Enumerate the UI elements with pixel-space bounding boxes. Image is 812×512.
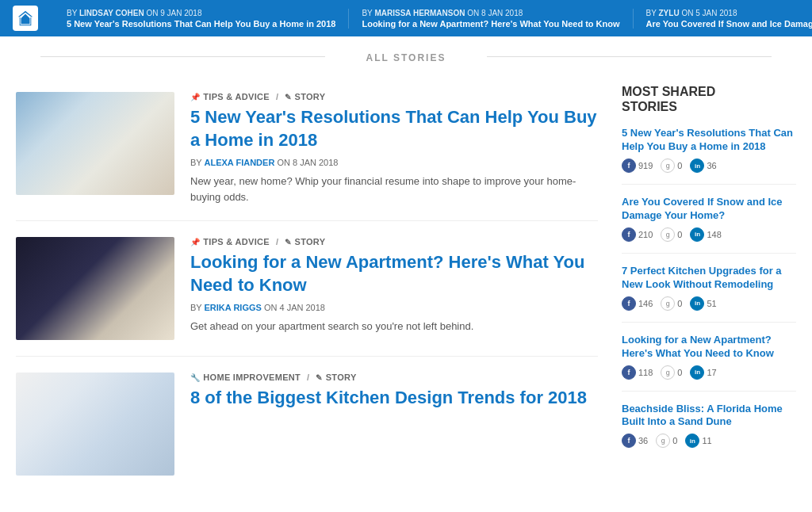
article-card-3: 🔧 HOME IMPROVEMENT / ✎ STORY 8 of the Bi… [16,357,598,491]
facebook-icon-5: f [622,434,636,448]
article-image-3 [16,373,174,476]
main-content: 📌 TIPS & ADVICE / ✎ STORY 5 New Year's R… [0,76,812,491]
sidebar: MOST SHAREDSTORIES 5 New Year's Resoluti… [622,76,796,491]
google-icon-3: g [661,296,675,311]
sidebar-story-title-4[interactable]: Looking for a New Apartment? Here's What… [622,334,796,361]
linkedin-icon-3: in [690,296,704,311]
article-author-1: ALEXA FIANDER [205,158,275,167]
google-count-3: 0 [677,299,682,308]
linkedin-icon-2: in [690,227,704,242]
header-article-1[interactable]: BY LINDSAY COHEN ON 9 JAN 2018 5 New Yea… [54,9,349,29]
fb-count-5: 36 [638,436,648,445]
google-stat-2: g 0 [661,227,682,242]
google-count-5: 0 [672,436,677,445]
linkedin-icon-1: in [690,159,704,173]
facebook-stat-3: f 146 [622,296,653,311]
linkedin-stat-3: in 51 [690,296,716,311]
header-article-2-title: Looking for a New Apartment? Here's What… [362,19,619,29]
sidebar-story-3: 7 Perfect Kitchen Upgrades for a New Loo… [622,265,796,323]
articles-column: 📌 TIPS & ADVICE / ✎ STORY 5 New Year's R… [16,76,598,491]
sidebar-stats-4: f 118 g 0 in 17 [622,365,796,380]
google-stat-4: g 0 [661,365,682,380]
article-category-1: 📌 TIPS & ADVICE / ✎ STORY [190,92,598,101]
header-article-3-title: Are You Covered If Snow and Ice Damage Y… [646,19,812,29]
linkedin-count-5: 11 [702,436,711,445]
google-icon-5: g [656,434,670,448]
header-article-1-date: 9 JAN 2018 [160,9,201,17]
article-author-2: ERIKA RIGGS [205,303,262,312]
header-article-1-title: 5 New Year's Resolutions That Can Help Y… [67,19,335,29]
sidebar-stats-2: f 210 g 0 in 148 [622,227,796,242]
sidebar-story-title-1[interactable]: 5 New Year's Resolutions That Can Help Y… [622,127,796,154]
sidebar-title: MOST SHAREDSTORIES [622,84,796,114]
article-meta-2: BY ERIKA RIGGS ON 4 JAN 2018 [190,303,598,312]
header-article-2-author: MARISSA HERMANSON [374,9,465,17]
pencil-icon: ✎ [285,93,291,101]
google-stat-5: g 0 [656,434,677,448]
linkedin-stat-4: in 17 [690,365,716,380]
linkedin-stat-1: in 36 [690,159,716,173]
article-meta-1: BY ALEXA FIANDER ON 8 JAN 2018 [190,158,598,167]
facebook-stat-2: f 210 [622,227,653,242]
linkedin-stat-2: in 148 [690,227,721,242]
article-category-3: 🔧 HOME IMPROVEMENT / ✎ STORY [190,373,598,382]
google-count-2: 0 [677,230,682,239]
google-icon-4: g [661,365,675,380]
sidebar-story-4: Looking for a New Apartment? Here's What… [622,334,796,392]
header-article-1-by: BY [67,9,77,17]
google-count-4: 0 [677,368,682,377]
linkedin-count-1: 36 [707,161,716,170]
article-image-2 [16,237,174,340]
header-article-2[interactable]: BY MARISSA HERMANSON ON 8 JAN 2018 Looki… [349,9,633,29]
article-date-1: 8 JAN 2018 [293,158,338,167]
facebook-icon-2: f [622,227,636,242]
article-title-3[interactable]: 8 of the Biggest Kitchen Design Trends f… [190,387,598,410]
article-2-category: TIPS & ADVICE [203,237,270,246]
sidebar-story-title-3[interactable]: 7 Perfect Kitchen Upgrades for a New Loo… [622,265,796,292]
google-icon-2: g [661,227,675,242]
article-body-3: 🔧 HOME IMPROVEMENT / ✎ STORY 8 of the Bi… [190,373,598,476]
google-stat-1: g 0 [661,159,682,173]
facebook-icon-3: f [622,296,636,311]
article-card-1: 📌 TIPS & ADVICE / ✎ STORY 5 New Year's R… [16,76,598,221]
pin-icon-2: 📌 [190,238,200,246]
article-3-category: HOME IMPROVEMENT [203,373,301,382]
linkedin-icon-5: in [685,434,699,448]
fb-count-3: 146 [638,299,653,308]
facebook-stat-1: f 919 [622,159,653,173]
article-2-story: STORY [295,237,326,246]
header-article-1-author: LINDSAY COHEN [79,9,144,17]
google-count-1: 0 [677,161,682,170]
sidebar-story-title-5[interactable]: Beachside Bliss: A Florida Home Built In… [622,403,796,430]
article-body-1: 📌 TIPS & ADVICE / ✎ STORY 5 New Year's R… [190,92,598,204]
sidebar-stats-5: f 36 g 0 in 11 [622,434,796,448]
facebook-icon-1: f [622,159,636,173]
linkedin-stat-5: in 11 [685,434,711,448]
sidebar-stats-3: f 146 g 0 in 51 [622,296,796,311]
header: BY LINDSAY COHEN ON 9 JAN 2018 5 New Yea… [0,0,812,36]
linkedin-count-2: 148 [707,230,721,239]
fb-count-4: 118 [638,368,653,377]
header-article-3-on: ON [681,9,693,17]
article-title-1[interactable]: 5 New Year's Resolutions That Can Help Y… [190,106,598,151]
google-icon-1: g [661,159,675,173]
pin-icon: 📌 [190,93,200,101]
linkedin-icon-4: in [690,365,704,380]
header-article-3[interactable]: BY ZYLU ON 5 JAN 2018 Are You Covered If… [634,9,812,29]
pencil-icon-3: ✎ [316,373,322,382]
all-stories-bar: ALL STORIES [0,36,812,76]
sidebar-stats-1: f 919 g 0 in 36 [622,159,796,173]
linkedin-count-3: 51 [707,299,716,308]
sidebar-story-title-2[interactable]: Are You Covered If Snow and Ice Damage Y… [622,196,796,223]
google-stat-3: g 0 [661,296,682,311]
pencil-icon-2: ✎ [285,238,291,246]
article-image-1 [16,92,174,195]
linkedin-count-4: 17 [707,368,716,377]
sidebar-story-5: Beachside Bliss: A Florida Home Built In… [622,403,796,460]
header-articles: BY LINDSAY COHEN ON 9 JAN 2018 5 New Yea… [54,9,812,29]
article-3-story: STORY [326,373,357,382]
article-title-2[interactable]: Looking for a New Apartment? Here's What… [190,251,598,296]
fb-count-1: 919 [638,161,653,170]
header-article-3-by: BY [646,9,657,17]
logo[interactable] [13,6,38,31]
